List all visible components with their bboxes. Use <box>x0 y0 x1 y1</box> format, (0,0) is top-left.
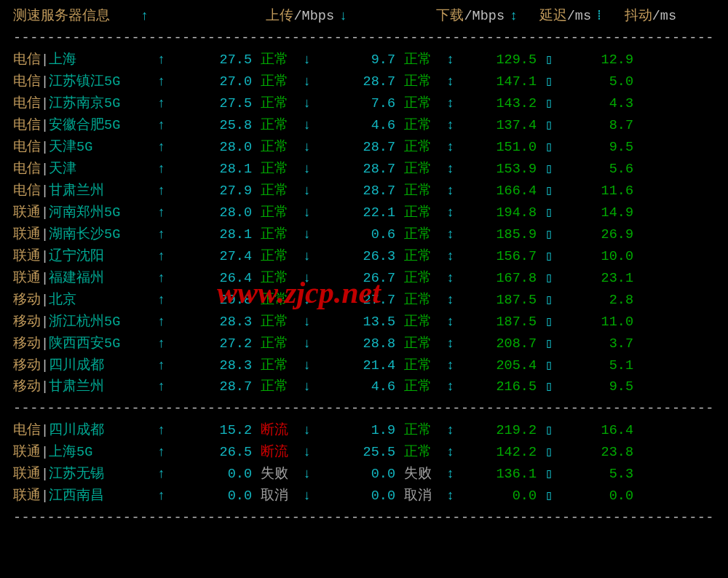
download-value: 28.7 <box>319 137 404 159</box>
server-cell: 电信|天津5G <box>13 137 157 159</box>
upload-value: 26.4 <box>172 268 261 290</box>
updown-arrow-icon: ↕ <box>446 181 462 202</box>
down-arrow-icon: ↓ <box>303 159 319 181</box>
up-arrow-icon: ↑ <box>157 137 172 159</box>
down-arrow-icon: ↓ <box>303 355 319 377</box>
table-row: 电信|上海↑27.5正常↓9.7正常↕129.5▯12.9 <box>13 50 715 71</box>
isp-label: 联通 <box>13 464 41 486</box>
isp-label: 电信 <box>13 181 41 202</box>
divider: ----------------------------------------… <box>13 507 715 529</box>
table-row: 联通|上海5G↑26.5断流↓25.5正常↕142.2▯23.8 <box>13 442 715 464</box>
latency-value: 185.9 <box>462 224 541 246</box>
upload-status: 正常 <box>261 312 303 333</box>
latency-value: 147.1 <box>462 71 541 93</box>
col-jitter: 抖动/ms <box>607 6 676 28</box>
table-row: 联通|河南郑州5G↑28.0正常↓22.1正常↕194.8▯14.9 <box>13 202 715 224</box>
isp-label: 联通 <box>13 224 41 246</box>
location-label: 江苏无锡 <box>49 467 104 482</box>
box-icon: ▯ <box>541 376 557 398</box>
table-row: 电信|四川成都↑15.2断流↓1.9正常↕219.2▯16.4 <box>13 420 715 442</box>
latency-value: 208.7 <box>462 333 541 355</box>
box-icon: ▯ <box>541 181 557 202</box>
up-arrow-icon: ↑ <box>157 442 172 464</box>
location-label: 湖南长沙5G <box>49 227 120 242</box>
isp-label: 联通 <box>13 486 41 507</box>
table-header-row: 测速服务器信息 ↑ 上传/Mbps ↓ 下载/Mbps ↕ 延迟/ms ⁞ 抖动… <box>13 6 715 28</box>
upload-status: 正常 <box>261 290 303 312</box>
isp-label: 联通 <box>13 202 41 224</box>
down-arrow-icon: ↓ <box>303 420 319 442</box>
server-cell: 联通|江西南昌 <box>13 486 157 507</box>
updown-arrow-icon: ↕ <box>446 464 462 486</box>
download-status: 正常 <box>404 246 446 268</box>
jitter-value: 9.5 <box>571 376 633 398</box>
updown-arrow-icon: ↕ <box>446 312 462 333</box>
latency-value: 0.0 <box>462 486 541 507</box>
latency-value: 187.5 <box>462 290 541 312</box>
location-label: 四川成都 <box>49 358 104 373</box>
table-body-main: 电信|上海↑27.5正常↓9.7正常↕129.5▯12.9电信|江苏镇江5G↑2… <box>13 50 715 399</box>
table-row: 移动|甘肃兰州↑28.7正常↓4.6正常↕216.5▯9.5 <box>13 376 715 398</box>
server-cell: 电信|江苏南京5G <box>13 93 157 115</box>
divider: ----------------------------------------… <box>13 398 715 420</box>
download-status: 正常 <box>404 290 446 312</box>
isp-label: 联通 <box>13 442 41 464</box>
latency-value: 137.4 <box>462 115 541 137</box>
isp-label: 电信 <box>13 115 41 137</box>
latency-value: 167.8 <box>462 268 541 290</box>
isp-label: 移动 <box>13 333 41 355</box>
box-icon: ▯ <box>541 486 557 507</box>
updown-arrow-icon: ↕ <box>446 420 462 442</box>
server-cell: 移动|浙江杭州5G <box>13 312 157 333</box>
location-label: 江苏镇江5G <box>49 74 120 90</box>
upload-status: 正常 <box>261 50 303 71</box>
table-row: 电信|安徽合肥5G↑25.8正常↓4.6正常↕137.4▯8.7 <box>13 115 715 137</box>
server-cell: 移动|甘肃兰州 <box>13 376 157 398</box>
updown-arrow-icon: ↕ <box>446 355 462 377</box>
upload-value: 28.0 <box>172 202 261 224</box>
jitter-value: 10.0 <box>571 246 633 268</box>
latency-value: 151.0 <box>462 137 541 159</box>
latency-value: 205.4 <box>462 355 541 377</box>
download-status: 正常 <box>404 376 446 398</box>
latency-value: 142.2 <box>462 442 541 464</box>
server-cell: 移动|四川成都 <box>13 355 157 377</box>
up-arrow-icon: ↑ <box>157 333 172 355</box>
down-arrow-icon: ↓ <box>303 224 319 246</box>
box-icon: ▯ <box>541 355 557 377</box>
box-icon: ▯ <box>541 159 557 181</box>
download-status: 正常 <box>404 355 446 377</box>
latency-value: 129.5 <box>462 50 541 71</box>
up-arrow-icon: ↑ <box>157 159 172 181</box>
table-row: 联通|福建福州↑26.4正常↓26.7正常↕167.8▯23.1 <box>13 268 715 290</box>
download-status: 取消 <box>404 486 446 507</box>
isp-label: 电信 <box>13 159 41 181</box>
table-row: 联通|辽宁沈阳↑27.4正常↓26.3正常↕156.7▯10.0 <box>13 246 715 268</box>
location-label: 江苏南京5G <box>49 96 120 111</box>
isp-label: 电信 <box>13 137 41 159</box>
upload-value: 25.8 <box>172 115 261 137</box>
location-label: 甘肃兰州 <box>49 379 104 395</box>
upload-value: 28.3 <box>172 312 261 333</box>
download-value: 28.7 <box>319 181 404 202</box>
download-value: 26.7 <box>319 268 404 290</box>
updown-arrow-icon: ↕ <box>446 246 462 268</box>
server-cell: 联通|湖南长沙5G <box>13 224 157 246</box>
server-cell: 电信|甘肃兰州 <box>13 181 157 202</box>
upload-status: 断流 <box>261 442 303 464</box>
download-status: 正常 <box>404 159 446 181</box>
updown-arrow-icon: ↕ <box>446 159 462 181</box>
latency-value: 153.9 <box>462 159 541 181</box>
download-status: 正常 <box>404 312 446 333</box>
location-label: 福建福州 <box>49 271 104 286</box>
up-arrow-icon: ↑ <box>157 202 172 224</box>
isp-label: 电信 <box>13 71 41 93</box>
table-row: 电信|甘肃兰州↑27.9正常↓28.7正常↕166.4▯11.6 <box>13 181 715 202</box>
jitter-value: 26.9 <box>571 224 633 246</box>
download-status: 正常 <box>404 115 446 137</box>
upload-status: 断流 <box>261 420 303 442</box>
updown-arrow-icon: ↕ <box>446 290 462 312</box>
isp-label: 联通 <box>13 246 41 268</box>
download-value: 22.1 <box>319 202 404 224</box>
jitter-value: 0.0 <box>571 486 633 507</box>
